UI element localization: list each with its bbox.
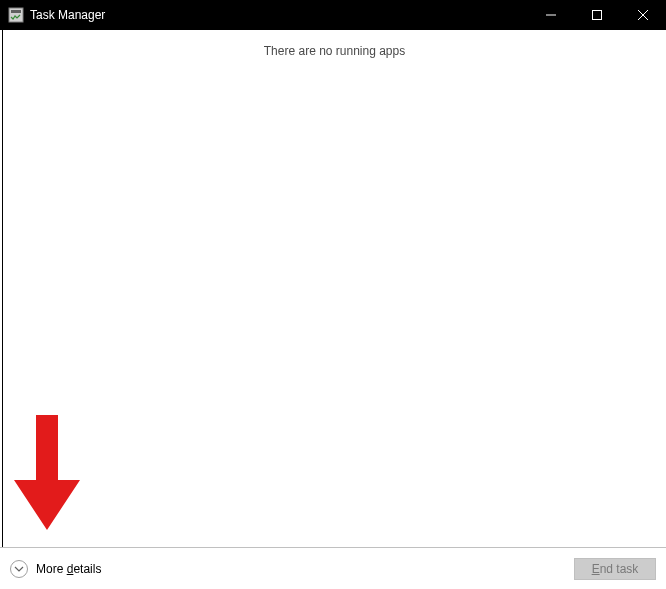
process-list-area: There are no running apps	[2, 30, 666, 547]
footer: More details End task	[0, 547, 666, 589]
more-details-toggle[interactable]: More details	[10, 560, 101, 578]
maximize-button[interactable]	[574, 0, 620, 30]
end-task-button[interactable]: End task	[574, 558, 656, 580]
svg-rect-3	[593, 11, 602, 20]
more-details-label: More details	[36, 562, 101, 576]
task-manager-icon	[8, 7, 24, 23]
chevron-down-icon	[10, 560, 28, 578]
window-title: Task Manager	[30, 8, 105, 22]
svg-rect-1	[11, 10, 21, 13]
minimize-button[interactable]	[528, 0, 574, 30]
empty-state-message: There are no running apps	[3, 30, 666, 58]
window-controls	[528, 0, 666, 30]
close-button[interactable]	[620, 0, 666, 30]
titlebar: Task Manager	[0, 0, 666, 30]
